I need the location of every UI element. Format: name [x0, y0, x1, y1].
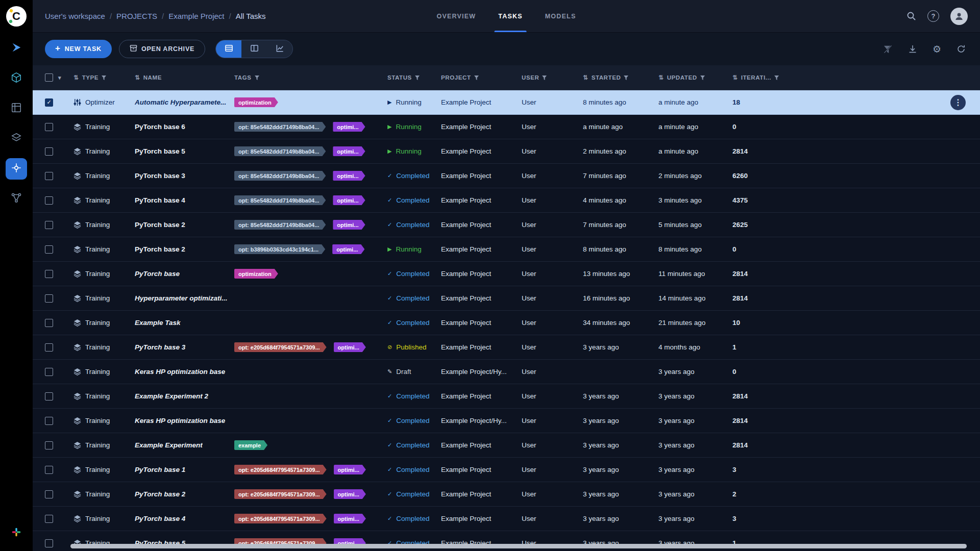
filter-icon[interactable]	[700, 76, 705, 80]
tag-chip[interactable]: optimi...	[334, 342, 366, 352]
table-row[interactable]: TrainingPyTorch base 3opt: 85e5482ddd714…	[33, 164, 980, 188]
tag-chip[interactable]: opt: 85e5482ddd7149b8ba04...	[234, 220, 326, 230]
clearml-logo[interactable]: C	[6, 6, 27, 27]
task-name[interactable]: PyTorch base 5	[135, 147, 185, 155]
table-row[interactable]: TrainingHyperparameter optimizati...✓Com…	[33, 286, 980, 311]
tag-chip[interactable]: opt: e205d684f7954571a7309...	[234, 489, 327, 499]
column-header-iteration[interactable]: ⇅ITERATI...	[732, 74, 794, 81]
breadcrumb-item[interactable]: User's workspace	[45, 12, 105, 20]
help-icon[interactable]: ?	[927, 10, 939, 22]
task-name[interactable]: PyTorch base 2	[135, 221, 185, 229]
breadcrumb-item[interactable]: All Tasks	[236, 12, 266, 20]
task-name[interactable]: Example Task	[135, 319, 181, 327]
row-checkbox[interactable]	[45, 270, 53, 278]
table-row[interactable]: TrainingExample Task✓CompletedExample Pr…	[33, 311, 980, 335]
task-name[interactable]: PyTorch base 4	[135, 196, 185, 204]
row-menu-button[interactable]: ⋮	[950, 95, 966, 110]
row-checkbox[interactable]	[45, 343, 53, 352]
column-header-project[interactable]: PROJECT	[441, 74, 522, 81]
filter-icon[interactable]	[474, 76, 479, 80]
sidebar-item-reports[interactable]	[6, 98, 27, 119]
sidebar-item-overview[interactable]	[6, 38, 27, 59]
tag-chip[interactable]: opt: 85e5482ddd7149b8ba04...	[234, 122, 326, 132]
sidebar-item-workers[interactable]	[6, 188, 27, 210]
table-row[interactable]: TrainingPyTorch base 3opt: e205d684f7954…	[33, 335, 980, 360]
tab-models[interactable]: MODELS	[534, 0, 587, 32]
column-header-updated[interactable]: ⇅UPDATED	[658, 74, 732, 81]
filter-icon[interactable]	[774, 76, 779, 80]
column-header-status[interactable]: STATUS	[387, 74, 441, 81]
table-row[interactable]: TrainingPyTorch base 5opt: 85e5482ddd714…	[33, 139, 980, 164]
tag-chip[interactable]: opt: b3896b0363cd43c194c1...	[234, 244, 325, 254]
tag-chip[interactable]: opt: e205d684f7954571a7309...	[234, 514, 327, 523]
table-row[interactable]: TrainingKeras HP optimization base✎Draft…	[33, 360, 980, 384]
filter-icon[interactable]	[102, 76, 106, 80]
task-name[interactable]: Automatic Hyperparamete...	[135, 98, 226, 106]
tag-chip[interactable]: optimi...	[334, 465, 366, 474]
task-name[interactable]: Hyperparameter optimizati...	[135, 294, 228, 302]
table-row[interactable]: TrainingExample Experimentexample✓Comple…	[33, 433, 980, 458]
tag-chip[interactable]: opt: e205d684f7954571a7309...	[234, 465, 327, 474]
column-header-tags[interactable]: TAGS	[234, 74, 387, 81]
row-checkbox[interactable]: ✓	[45, 98, 53, 107]
table-row[interactable]: TrainingPyTorch base 2opt: b3896b0363cd4…	[33, 237, 980, 262]
task-name[interactable]: PyTorch base 6	[135, 123, 185, 131]
table-row[interactable]: TrainingKeras HP optimization base✓Compl…	[33, 409, 980, 433]
row-checkbox[interactable]	[45, 515, 53, 523]
table-row[interactable]: TrainingPyTorch base 6opt: 85e5482ddd714…	[33, 115, 980, 139]
tag-chip[interactable]: optimization	[234, 97, 278, 107]
sort-icon[interactable]: ⇅	[732, 74, 738, 81]
filter-icon[interactable]	[415, 76, 420, 80]
task-name[interactable]: PyTorch base 1	[135, 466, 185, 473]
tag-chip[interactable]: opt: 85e5482ddd7149b8ba04...	[234, 171, 326, 181]
clear-filters-icon[interactable]	[883, 44, 893, 54]
user-avatar[interactable]	[950, 8, 968, 25]
tag-chip[interactable]: optimi...	[332, 244, 364, 254]
row-checkbox[interactable]	[45, 221, 53, 229]
slack-link[interactable]	[6, 522, 27, 544]
tag-chip[interactable]: opt: e205d684f7954571a7309...	[234, 342, 327, 352]
task-name[interactable]: PyTorch base 3	[135, 172, 185, 180]
tag-chip[interactable]: optimi...	[334, 514, 366, 523]
sidebar-item-projects[interactable]	[6, 158, 27, 180]
table-row[interactable]: TrainingPyTorch base 1opt: e205d684f7954…	[33, 458, 980, 482]
tab-overview[interactable]: OVERVIEW	[426, 0, 487, 32]
table-row[interactable]: TrainingPyTorch base 2opt: e205d684f7954…	[33, 482, 980, 507]
select-all-checkbox[interactable]	[45, 73, 53, 82]
tag-chip[interactable]: opt: 85e5482ddd7149b8ba04...	[234, 146, 326, 156]
task-name[interactable]: PyTorch base 2	[135, 245, 185, 253]
tag-chip[interactable]: opt: 85e5482ddd7149b8ba04...	[234, 195, 326, 205]
breadcrumb-item[interactable]: Example Project	[168, 12, 224, 20]
selection-menu-caret-icon[interactable]: ▾	[58, 74, 61, 81]
search-icon[interactable]	[906, 11, 916, 21]
column-header-started[interactable]: ⇅STARTED	[583, 74, 658, 81]
filter-icon[interactable]	[624, 76, 628, 80]
sort-icon[interactable]: ⇅	[135, 74, 140, 81]
breadcrumb-item[interactable]: PROJECTS	[116, 12, 157, 20]
tab-tasks[interactable]: TASKS	[487, 0, 533, 32]
row-checkbox[interactable]	[45, 417, 53, 425]
row-checkbox[interactable]	[45, 196, 53, 205]
refresh-icon[interactable]	[957, 44, 966, 54]
chart-view-button[interactable]	[267, 40, 292, 58]
row-checkbox[interactable]	[45, 123, 53, 131]
tag-chip[interactable]: example	[234, 440, 267, 450]
task-name[interactable]: Keras HP optimization base	[135, 368, 225, 375]
row-checkbox[interactable]	[45, 172, 53, 180]
table-row[interactable]: TrainingPyTorch base 4opt: e205d684f7954…	[33, 507, 980, 531]
settings-gear-icon[interactable]: ⚙	[933, 43, 941, 55]
tag-chip[interactable]: optimi...	[333, 146, 365, 156]
table-view-button[interactable]	[216, 40, 241, 58]
row-checkbox[interactable]	[45, 539, 53, 547]
tag-chip[interactable]: optimi...	[334, 489, 366, 499]
row-checkbox[interactable]	[45, 466, 53, 474]
row-checkbox[interactable]	[45, 368, 53, 376]
sidebar-item-pipelines[interactable]	[6, 128, 27, 149]
task-name[interactable]: Example Experiment 2	[135, 392, 208, 400]
row-checkbox[interactable]	[45, 147, 53, 156]
task-name[interactable]: Keras HP optimization base	[135, 417, 225, 424]
row-checkbox[interactable]	[45, 441, 53, 449]
sidebar-item-datasets[interactable]	[6, 68, 27, 89]
column-header-name[interactable]: ⇅NAME	[135, 74, 234, 81]
download-icon[interactable]	[908, 44, 917, 54]
